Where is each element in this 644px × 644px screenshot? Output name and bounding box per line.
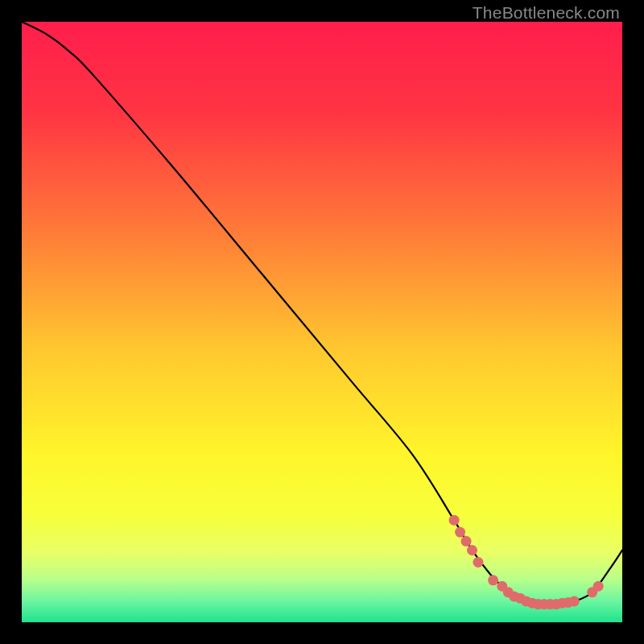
marker-dot (461, 536, 472, 547)
marker-dot (455, 527, 465, 538)
marker-dot (473, 557, 483, 568)
bottleneck-chart (22, 22, 622, 622)
plot-area (22, 22, 622, 622)
marker-dot (593, 581, 604, 592)
marker-dot (467, 545, 477, 555)
chart-frame: TheBottleneck.com (0, 0, 644, 644)
attribution-label: TheBottleneck.com (473, 3, 620, 23)
gradient-background (22, 22, 622, 622)
marker-dot (569, 596, 580, 606)
marker-dot (449, 515, 460, 526)
marker-dot (488, 575, 498, 585)
